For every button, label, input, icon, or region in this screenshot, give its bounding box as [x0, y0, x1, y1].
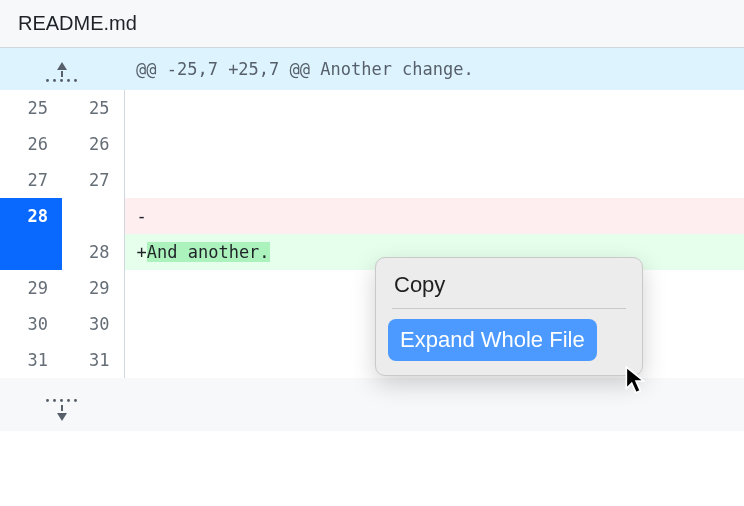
old-line-number[interactable]: 25	[0, 90, 62, 126]
new-line-number[interactable]: 31	[62, 342, 124, 378]
context-menu: Copy Expand Whole File	[375, 257, 643, 376]
hunk-header-row: ••••• @@ -25,7 +25,7 @@ Another change.	[0, 48, 744, 90]
menu-divider	[392, 308, 626, 309]
old-line-number[interactable]: 31	[0, 342, 62, 378]
deletion-line: 28 -	[0, 198, 744, 234]
old-line-number[interactable]: 30	[0, 306, 62, 342]
file-name: README.md	[18, 12, 137, 34]
added-text: And another.	[147, 242, 270, 262]
old-line-number[interactable]: 28	[0, 198, 62, 234]
old-line-number[interactable]: 29	[0, 270, 62, 306]
new-line-number[interactable]: 26	[62, 126, 124, 162]
expand-bottom-empty	[124, 378, 744, 431]
line-content	[124, 126, 744, 162]
file-header: README.md	[0, 0, 744, 48]
diff-prefix: +	[137, 242, 147, 262]
expand-up-cell[interactable]: •••••	[0, 48, 124, 90]
hunk-header-text: @@ -25,7 +25,7 @@ Another change.	[124, 48, 744, 90]
menu-item-copy[interactable]: Copy	[388, 268, 630, 308]
new-line-number[interactable]: 30	[62, 306, 124, 342]
diff-prefix: -	[137, 206, 147, 226]
line-content: -	[124, 198, 744, 234]
old-line-number[interactable]	[0, 234, 62, 270]
expand-bottom-row: •••••	[0, 378, 744, 431]
new-line-number[interactable]: 28	[62, 234, 124, 270]
context-line: 26 26	[0, 126, 744, 162]
line-content	[124, 162, 744, 198]
new-line-number[interactable]	[62, 198, 124, 234]
old-line-number[interactable]: 27	[0, 162, 62, 198]
line-content	[124, 90, 744, 126]
context-line: 27 27	[0, 162, 744, 198]
expand-up-icon: •••••	[44, 62, 79, 84]
expand-down-icon: •••••	[44, 398, 79, 421]
context-line: 25 25	[0, 90, 744, 126]
expand-down-cell[interactable]: •••••	[0, 378, 124, 431]
menu-item-expand-whole-file[interactable]: Expand Whole File	[388, 319, 597, 361]
old-line-number[interactable]: 26	[0, 126, 62, 162]
new-line-number[interactable]: 25	[62, 90, 124, 126]
new-line-number[interactable]: 27	[62, 162, 124, 198]
new-line-number[interactable]: 29	[62, 270, 124, 306]
